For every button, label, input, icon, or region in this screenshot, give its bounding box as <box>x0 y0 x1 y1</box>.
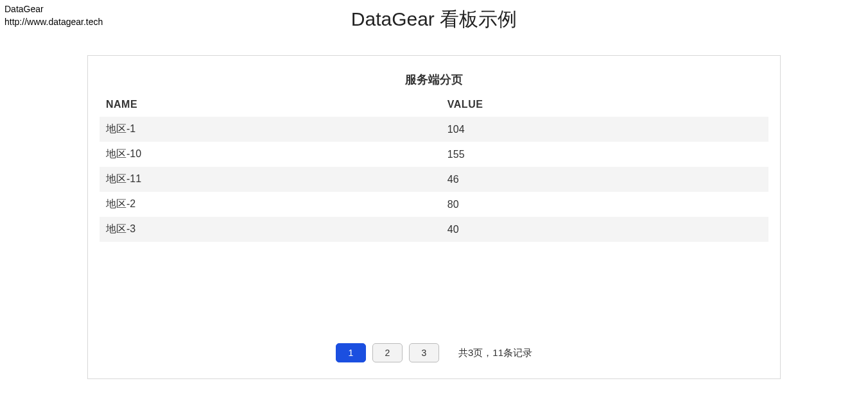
cell-name: 地区-1 <box>100 117 447 142</box>
brand-url: http://www.datagear.tech <box>4 16 103 29</box>
cell-name: 地区-10 <box>100 142 447 167</box>
page-title: DataGear 看板示例 <box>0 6 868 33</box>
cell-name: 地区-3 <box>100 217 447 242</box>
table-row: 地区-1104 <box>100 117 768 142</box>
col-header-value: VALUE <box>447 94 768 117</box>
pagination: 123 共3页，11条记录 <box>88 343 780 362</box>
pagination-summary: 共3页，11条记录 <box>458 347 532 359</box>
data-panel: 服务端分页 NAME VALUE 地区-1104地区-10155地区-1146地… <box>87 55 781 379</box>
brand-meta: DataGear http://www.datagear.tech <box>4 3 103 28</box>
table-row: 地区-280 <box>100 192 768 217</box>
cell-value: 104 <box>447 117 768 142</box>
brand-name: DataGear <box>4 3 103 16</box>
cell-value: 40 <box>447 217 768 242</box>
page-button-1[interactable]: 1 <box>336 343 366 362</box>
page-button-2[interactable]: 2 <box>372 343 403 362</box>
cell-value: 46 <box>447 167 768 192</box>
data-table: NAME VALUE 地区-1104地区-10155地区-1146地区-280地… <box>100 94 768 242</box>
table-header-row: NAME VALUE <box>100 94 768 117</box>
cell-value: 155 <box>447 142 768 167</box>
table-row: 地区-1146 <box>100 167 768 192</box>
col-header-name: NAME <box>100 94 447 117</box>
cell-name: 地区-2 <box>100 192 447 217</box>
panel-title: 服务端分页 <box>100 72 768 87</box>
table-row: 地区-10155 <box>100 142 768 167</box>
page-button-3[interactable]: 3 <box>409 343 439 362</box>
cell-value: 80 <box>447 192 768 217</box>
cell-name: 地区-11 <box>100 167 447 192</box>
table-row: 地区-340 <box>100 217 768 242</box>
